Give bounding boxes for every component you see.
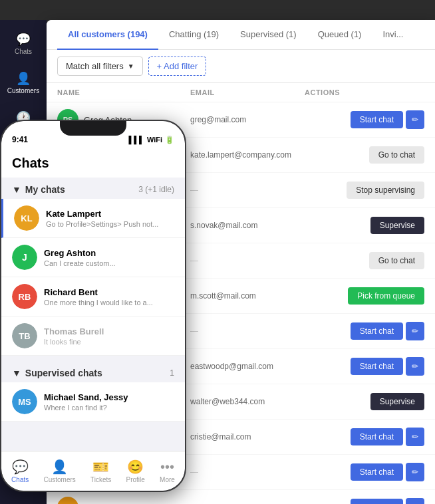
mobile-screen: 9:41 ▌▌▌ WiFi 🔋 Chats ▼ My chats 3 (+1 i… xyxy=(1,121,185,491)
my-chats-count: 3 (+1 idle) xyxy=(138,185,174,194)
chat-info: Thomas Burell It looks fine xyxy=(44,326,174,346)
edit-button[interactable]: ✏ xyxy=(406,110,424,129)
chat-info: Michael Sand, Jessy Where I can find it? xyxy=(44,392,174,412)
start-chat-button[interactable]: Start chat xyxy=(351,358,403,375)
start-chat-button[interactable]: Start chat xyxy=(351,322,403,340)
chevron-down-icon: ▼ xyxy=(128,63,134,70)
chat-preview: Where I can find it? xyxy=(44,404,174,412)
mobile-content: ▼ My chats 3 (+1 idle) KL Kate Lampert G… xyxy=(1,178,185,457)
actions-cell: Start chat✏ xyxy=(305,110,424,129)
edit-button[interactable]: ✏ xyxy=(406,357,424,376)
go-to-chat-button[interactable]: Go to chat xyxy=(369,252,424,269)
actions-cell: Supervise xyxy=(305,217,424,234)
chat-name: Richard Bent xyxy=(44,287,174,297)
email-cell: m.scott@mail.com xyxy=(190,291,305,301)
filter-label: Match all filters xyxy=(66,61,124,71)
chat-avatar: KL xyxy=(14,205,39,231)
supervise-button[interactable]: Supervise xyxy=(370,217,424,234)
mobile-chat-list: KL Kate Lampert Go to Profile>Settings> … xyxy=(1,199,185,356)
status-time: 9:41 xyxy=(12,135,28,144)
actions-cell: Start chat✏ xyxy=(305,322,424,340)
actions-cell: Start chat✏ xyxy=(305,428,424,446)
nav-more-icon: ••• xyxy=(160,459,174,475)
nav-customers-label: Customers xyxy=(43,476,75,483)
supervised-label: Supervised chats xyxy=(25,368,102,378)
tab-chatting[interactable]: Chatting (19) xyxy=(158,20,229,50)
col-name: NAME xyxy=(57,88,190,96)
chat-item[interactable]: J Greg Ashton Can I create custom... xyxy=(1,238,185,277)
chat-preview: Go to Profile>Settings> Push not... xyxy=(46,220,174,228)
nav-profile-label: Profile xyxy=(126,476,145,483)
chats-icon: 💬 xyxy=(16,32,31,47)
email-cell: — xyxy=(190,186,305,195)
nav-profile[interactable]: 😊 Profile xyxy=(121,456,150,486)
edit-button[interactable]: ✏ xyxy=(406,463,424,481)
email-cell: — xyxy=(190,256,305,265)
edit-button[interactable]: ✏ xyxy=(406,498,424,504)
nav-profile-icon: 😊 xyxy=(127,459,144,475)
chat-avatar: MS xyxy=(12,389,37,414)
email-cell: greg@mail.com xyxy=(190,115,305,124)
chat-avatar: RB xyxy=(12,284,37,309)
actions-cell: Go to chat xyxy=(305,252,424,269)
email-cell: s.novak@mail.com xyxy=(190,221,305,230)
supervised-count: 1 xyxy=(170,368,174,378)
chat-name: Thomas Burell xyxy=(44,326,174,336)
my-chats-section-header: ▼ My chats 3 (+1 idle) xyxy=(1,178,185,199)
signal-icon: ▌▌▌ xyxy=(128,136,144,144)
start-chat-button[interactable]: Start chat xyxy=(351,463,403,481)
edit-button[interactable]: ✏ xyxy=(406,428,424,446)
tab-supervised[interactable]: Supervised (1) xyxy=(229,20,307,50)
nav-more[interactable]: ••• More xyxy=(154,457,180,486)
stop-supervising-button[interactable]: Stop supervising xyxy=(347,182,424,199)
my-chats-label: My chats xyxy=(25,184,65,195)
chat-item[interactable]: RB Richard Bent One more thing I would l… xyxy=(1,277,185,316)
nav-chats-label: Chats xyxy=(11,476,29,483)
my-chats-title[interactable]: ▼ My chats xyxy=(12,184,65,195)
email-cell: eastwoodp@gmail.com xyxy=(190,362,305,371)
email-cell: kate.lampert@company.com xyxy=(190,150,305,160)
mobile-nav: 💬 Chats 👤 Customers 🎫 Tickets 😊 Profile … xyxy=(1,451,185,491)
chat-avatar: J xyxy=(12,245,37,270)
chat-item[interactable]: KL Kate Lampert Go to Profile>Settings> … xyxy=(1,199,185,238)
mobile-title: Chats xyxy=(12,156,49,170)
tab-invited[interactable]: Invi... xyxy=(372,20,414,50)
tab-all-customers[interactable]: All customers (194) xyxy=(57,20,158,50)
chat-avatar: TB xyxy=(12,323,37,348)
supervise-button[interactable]: Supervise xyxy=(370,393,424,410)
tab-bar: All customers (194) Chatting (19) Superv… xyxy=(47,20,435,50)
filter-bar: Match all filters ▼ + Add filter xyxy=(47,50,435,83)
pick-from-queue-button[interactable]: Pick from queue xyxy=(348,287,424,305)
supervised-chat-item[interactable]: MS Michael Sand, Jessy Where I can find … xyxy=(1,382,185,422)
nav-tickets-label: Tickets xyxy=(90,476,111,483)
start-chat-button[interactable]: Start chat xyxy=(351,499,403,504)
mobile-notch xyxy=(60,121,126,136)
col-email: EMAIL xyxy=(190,88,305,96)
supervised-title[interactable]: ▼ Supervised chats xyxy=(12,368,102,378)
chat-name: Michael Sand, Jessy xyxy=(44,392,174,402)
chat-name: Kate Lampert xyxy=(46,209,174,219)
avatar: MR xyxy=(57,497,78,504)
nav-chats[interactable]: 💬 Chats xyxy=(6,456,34,486)
actions-cell: Start chat✏ xyxy=(305,463,424,481)
chat-preview: Can I create custom... xyxy=(44,259,174,267)
actions-cell: Start chat✏ xyxy=(305,498,424,504)
nav-chats-icon: 💬 xyxy=(12,459,29,475)
chevron-down-icon: ▼ xyxy=(12,368,21,378)
actions-cell: Start chat✏ xyxy=(305,357,424,376)
add-filter-button[interactable]: + Add filter xyxy=(148,57,207,76)
tab-queued[interactable]: Queued (1) xyxy=(307,20,372,50)
go-to-chat-button[interactable]: Go to chat xyxy=(369,146,424,164)
start-chat-button[interactable]: Start chat xyxy=(351,111,403,128)
table-row: MR ..r — Start chat✏ xyxy=(47,490,435,504)
chat-item[interactable]: TB Thomas Burell It looks fine xyxy=(1,316,185,356)
sidebar-item-customers[interactable]: 👤 Customers xyxy=(0,66,47,100)
edit-button[interactable]: ✏ xyxy=(406,322,424,340)
status-right: ▌▌▌ WiFi 🔋 xyxy=(128,136,174,144)
match-all-filters-button[interactable]: Match all filters ▼ xyxy=(57,57,143,76)
nav-customers[interactable]: 👤 Customers xyxy=(38,456,80,486)
actions-cell: Go to chat xyxy=(305,146,424,164)
start-chat-button[interactable]: Start chat xyxy=(351,428,403,445)
sidebar-item-chats[interactable]: 💬 Chats xyxy=(0,27,47,61)
nav-tickets[interactable]: 🎫 Tickets xyxy=(85,456,116,486)
